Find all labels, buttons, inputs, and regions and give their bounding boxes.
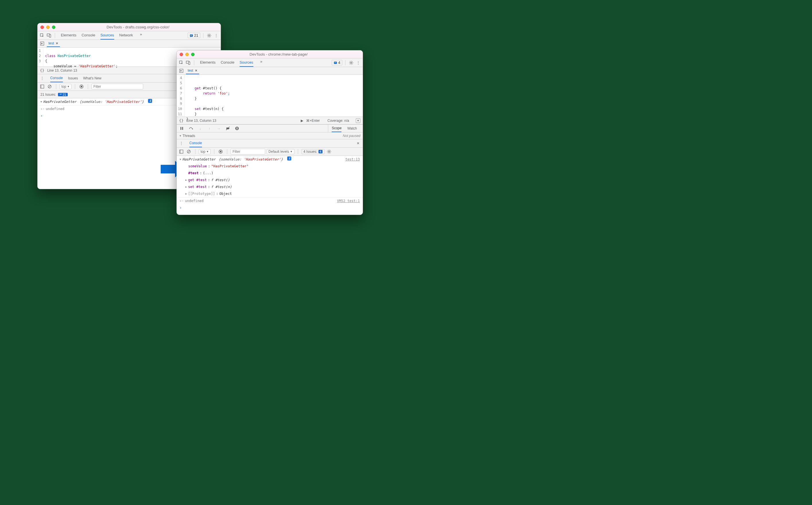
threads-bar[interactable]: ▼ Threads Not paused <box>177 132 363 139</box>
coverage-label: Coverage: n/a <box>327 119 349 123</box>
clear-console-icon[interactable] <box>47 84 52 90</box>
console-object-header[interactable]: ▼ HasPrivateGetter {someValue: 'HasPriva… <box>177 156 363 163</box>
svg-rect-32 <box>180 150 181 153</box>
object-property[interactable]: ▶ set #test: f #test(n) <box>177 183 363 190</box>
watch-tab[interactable]: Watch <box>347 125 357 132</box>
scope-tab[interactable]: Scope <box>332 125 341 132</box>
expand-icon[interactable]: ▶ <box>185 191 187 197</box>
close-drawer-icon[interactable]: ✕ <box>355 140 361 146</box>
zoom-window-button[interactable] <box>191 53 195 56</box>
tab-console[interactable]: Console <box>82 31 95 39</box>
source-link[interactable]: test:13 <box>345 157 360 162</box>
issues-badge[interactable]: 21 <box>188 33 200 38</box>
drawer-menu-icon[interactable]: ⋮ <box>39 75 45 81</box>
drawer-tab-console[interactable]: Console <box>50 74 63 82</box>
window-title: DevTools - drafts.csswg.org/css-color/ <box>58 25 218 29</box>
info-icon[interactable]: i <box>287 157 291 161</box>
pause-icon[interactable] <box>179 126 185 131</box>
step-icon[interactable]: → <box>216 126 222 131</box>
expand-icon[interactable]: ▼ <box>40 99 42 105</box>
sidebar-toggle-icon[interactable] <box>179 149 184 155</box>
minimize-window-button[interactable] <box>46 25 49 29</box>
log-levels-selector[interactable]: Default levels ▼ <box>267 149 295 154</box>
debugger-sidebar-tabs: Scope Watch <box>328 125 360 132</box>
return-arrow-icon: ‹· <box>180 198 184 204</box>
run-shortcut: ⌘+Enter <box>306 119 320 123</box>
snippets-icon[interactable] <box>39 41 45 46</box>
live-expression-icon[interactable] <box>218 149 224 155</box>
object-property[interactable]: #test: (...) <box>177 170 363 177</box>
filter-input[interactable] <box>92 84 143 90</box>
context-selector[interactable]: top ▼ <box>199 149 211 154</box>
pause-exceptions-icon[interactable] <box>234 126 240 131</box>
tab-elements[interactable]: Elements <box>61 31 76 39</box>
run-icon[interactable]: ▶ <box>301 119 303 123</box>
minimize-window-button[interactable] <box>185 53 189 56</box>
pretty-print-icon[interactable]: {} <box>179 118 184 123</box>
drawer-tab-issues[interactable]: Issues <box>68 74 78 82</box>
device-mode-icon[interactable] <box>46 33 52 38</box>
drawer-menu-icon[interactable]: ⋮ <box>179 140 184 146</box>
context-selector[interactable]: top ▼ <box>60 84 72 89</box>
settings-icon[interactable] <box>348 60 354 66</box>
tab-elements[interactable]: Elements <box>200 58 216 67</box>
close-tab-icon[interactable]: ✕ <box>56 41 58 45</box>
console-prompt[interactable]: › <box>177 204 363 211</box>
file-tab-test[interactable]: test ✕ <box>186 67 199 74</box>
collapse-icon[interactable]: ▼ <box>180 157 181 162</box>
more-tabs-icon[interactable]: » <box>258 58 264 64</box>
step-into-icon[interactable]: ↓ <box>198 126 203 131</box>
svg-line-11 <box>48 86 51 88</box>
file-tabs-bar: test ✕ <box>37 40 221 47</box>
deactivate-breakpoints-icon[interactable] <box>225 126 231 131</box>
file-tab-test[interactable]: test ✕ <box>47 40 60 47</box>
inspect-icon[interactable] <box>39 33 45 38</box>
more-tabs-icon[interactable]: » <box>138 31 144 37</box>
issues-badge[interactable]: 4 <box>332 60 342 65</box>
snippets-icon[interactable] <box>179 68 184 74</box>
inspect-icon[interactable] <box>179 60 184 66</box>
issues-chip[interactable]: 21 <box>58 93 68 96</box>
line-gutter: 1 2 3 <box>37 47 43 66</box>
device-mode-icon[interactable] <box>185 60 191 66</box>
kebab-menu-icon[interactable]: ⋮ <box>355 60 361 66</box>
sidebar-toggle-icon[interactable] <box>39 84 45 90</box>
drawer-tab-whatsnew[interactable]: What's New <box>83 74 102 82</box>
tab-sources[interactable]: Sources <box>100 31 114 39</box>
window-title: DevTools - chrome://new-tab-page/ <box>198 52 360 56</box>
drawer-tab-console[interactable]: Console <box>189 139 202 147</box>
info-icon[interactable]: i <box>148 99 152 103</box>
kebab-menu-icon[interactable]: ⋮ <box>213 33 219 38</box>
tab-console[interactable]: Console <box>221 58 234 67</box>
zoom-window-button[interactable] <box>52 25 55 29</box>
live-expression-icon[interactable] <box>79 84 84 90</box>
collapse-icon[interactable]: ▼ <box>356 118 360 123</box>
close-window-button[interactable] <box>180 53 183 56</box>
cursor-position: Line 13, Column 13 <box>187 119 216 123</box>
expand-icon[interactable]: ▶ <box>185 184 187 190</box>
object-prototype[interactable]: ▶ [[Prototype]]: Object <box>177 190 363 197</box>
close-tab-icon[interactable]: ✕ <box>195 69 198 72</box>
cursor-position: Line 13, Column 13 <box>47 68 77 72</box>
console-settings-icon[interactable] <box>326 149 332 155</box>
expand-icon[interactable]: ▶ <box>185 177 187 183</box>
tab-sources[interactable]: Sources <box>240 58 253 67</box>
filter-input[interactable] <box>231 149 265 155</box>
step-over-icon[interactable] <box>188 126 194 131</box>
step-out-icon[interactable]: ↑ <box>207 126 212 131</box>
line-gutter: 4567891011 <box>177 75 185 117</box>
file-tab-label: test <box>188 68 193 72</box>
object-property[interactable]: someValue: "HasPrivateGetter" <box>177 163 363 170</box>
svg-rect-21 <box>335 63 336 63</box>
clear-console-icon[interactable] <box>186 149 192 155</box>
settings-icon[interactable] <box>206 33 212 38</box>
expand-icon[interactable]: ▼ <box>179 134 182 137</box>
issues-chip[interactable]: 4 Issues: 4 <box>302 149 325 154</box>
svg-rect-5 <box>191 35 192 36</box>
source-link[interactable]: VM52 test:1 <box>337 198 360 204</box>
tab-network[interactable]: Network <box>119 31 133 39</box>
code-editor[interactable]: 4567891011 get #test() { return 'foo'; }… <box>177 75 363 117</box>
close-window-button[interactable] <box>40 25 44 29</box>
pretty-print-icon[interactable]: {} <box>40 68 44 72</box>
object-property[interactable]: ▶ get #test: f #test() <box>177 177 363 183</box>
